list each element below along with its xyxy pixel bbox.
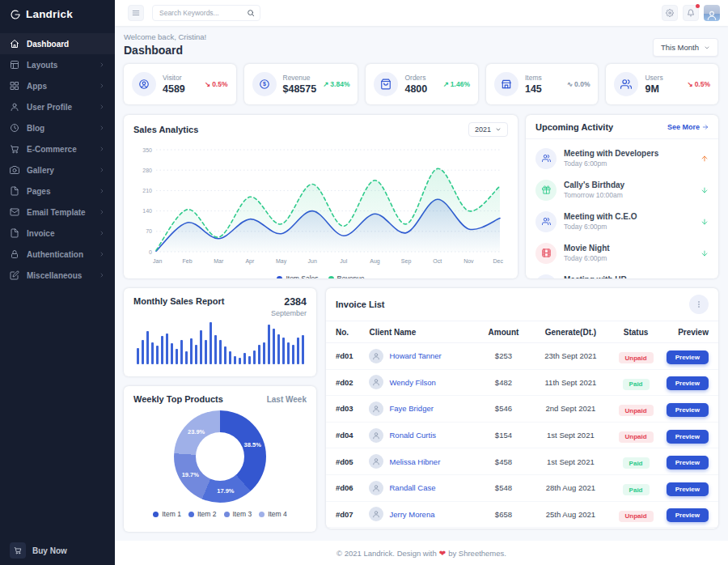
- user-avatar[interactable]: [704, 5, 720, 21]
- sidebar-item-label: Pages: [27, 187, 91, 196]
- bar: [273, 329, 275, 364]
- status-badge: Unpaid: [619, 511, 654, 522]
- sidebar-item[interactable]: Invoice: [0, 223, 115, 244]
- invoice-row[interactable]: #d07 Jerry Morena $658 25th Aug 2021 Unp…: [326, 502, 718, 529]
- activity-item[interactable]: Cally's Birthday Tomorrow 10:00am: [535, 174, 709, 206]
- activity-item[interactable]: Meeting with C.E.O Today 6:00pm: [535, 206, 709, 237]
- activity-icon: [535, 274, 557, 279]
- trend-value: 0.5%: [212, 80, 227, 88]
- see-more-link[interactable]: See More: [667, 123, 709, 131]
- search-input[interactable]: [159, 9, 247, 17]
- invoice-amount: $253: [477, 351, 530, 360]
- preview-button[interactable]: Preview: [667, 482, 709, 496]
- stat-card: Users 9M ↘ 0.5%: [606, 64, 718, 104]
- sidebar-item[interactable]: E-Commerce: [0, 138, 115, 159]
- client-avatar: [369, 349, 383, 363]
- invoice-options-button[interactable]: [689, 295, 709, 314]
- notifications-button[interactable]: [683, 5, 699, 21]
- svg-text:Mar: Mar: [214, 258, 224, 264]
- sidebar-item[interactable]: Authentication: [0, 244, 115, 265]
- sidebar-item[interactable]: Email Template: [0, 202, 115, 223]
- invoice-number: #d02: [336, 378, 369, 387]
- client-name-link[interactable]: Randall Case: [389, 483, 435, 492]
- sidebar-item[interactable]: Gallery: [0, 159, 115, 181]
- stat-icon: [614, 72, 638, 96]
- weekly-products-panel: Weekly Top Products Last Week 38.5%17.9%…: [124, 386, 316, 532]
- stat-icon: [252, 72, 277, 96]
- sidebar-item[interactable]: User Profile: [0, 96, 115, 117]
- preview-button[interactable]: Preview: [667, 430, 709, 444]
- bar: [302, 335, 304, 364]
- period-select[interactable]: This Month: [653, 38, 718, 57]
- sidebar-item-icon: [10, 165, 19, 175]
- activity-direction-icon: [700, 246, 709, 261]
- buy-now-button[interactable]: Buy Now: [10, 542, 67, 559]
- chevron-down-icon: [495, 126, 502, 133]
- year-select[interactable]: 2021: [468, 122, 508, 137]
- svg-text:210: 210: [142, 188, 152, 193]
- client-name-link[interactable]: Faye Bridger: [389, 404, 433, 413]
- sidebar-item[interactable]: Pages: [0, 181, 115, 202]
- invoice-row[interactable]: #d05 Melissa Hibner $458 1st Sept 2021 P…: [326, 448, 718, 475]
- bar: [214, 335, 217, 364]
- activity-item-title: Meeting with Developers: [564, 149, 693, 158]
- svg-text:Sep: Sep: [401, 258, 412, 265]
- activity-icon: [535, 243, 557, 264]
- svg-text:May: May: [276, 258, 287, 265]
- activity-direction-icon: [700, 151, 709, 166]
- chevron-right-icon: [99, 104, 105, 110]
- sidebar-item[interactable]: Layouts: [0, 54, 115, 75]
- bar: [282, 338, 285, 364]
- status-badge: Unpaid: [619, 405, 654, 416]
- trend-value: 0.0%: [574, 80, 590, 88]
- stat-card: Orders 4800 ↗ 1.46%: [366, 64, 478, 104]
- client-name-link[interactable]: Ronald Curtis: [389, 431, 436, 440]
- sidebar-item-label: Gallery: [27, 166, 91, 175]
- invoice-row[interactable]: #d03 Faye Bridger $546 2nd Sept 2021 Unp…: [326, 396, 718, 423]
- sidebar-item[interactable]: Apps: [0, 75, 115, 96]
- svg-text:280: 280: [142, 168, 152, 173]
- svg-text:350: 350: [142, 147, 152, 153]
- svg-text:Feb: Feb: [183, 258, 193, 264]
- settings-button[interactable]: [662, 5, 678, 21]
- monthly-sales-title: Monthly Sales Report: [133, 296, 224, 306]
- activity-item[interactable]: Meeting with HR Today 6:00pm: [535, 269, 709, 278]
- bar: [161, 336, 163, 364]
- search-icon[interactable]: [247, 9, 255, 17]
- invoice-row[interactable]: #d06 Randall Case $548 28th Aug 2021 Pai…: [326, 475, 718, 502]
- sidebar-item-icon: [10, 123, 19, 133]
- client-name-link[interactable]: Wendy Filson: [389, 378, 435, 387]
- client-name-link[interactable]: Howard Tanner: [389, 351, 441, 360]
- activity-item[interactable]: Meeting with Developers Today 6:00pm: [535, 142, 709, 174]
- sidebar-item[interactable]: Dashboard: [0, 33, 115, 54]
- sidebar-item[interactable]: Miscellaneous: [0, 265, 115, 286]
- preview-button[interactable]: Preview: [667, 403, 709, 417]
- monthly-sales-chart: [133, 322, 307, 364]
- cart-icon: [10, 542, 26, 559]
- sidebar-item-icon: [10, 249, 19, 259]
- preview-button[interactable]: Preview: [667, 376, 709, 390]
- client-name-link[interactable]: Jerry Morena: [389, 510, 434, 519]
- activity-item[interactable]: Movie Night Today 6:00pm: [535, 237, 709, 269]
- invoice-row[interactable]: #d01 Howard Tanner $253 23th Sept 2021 U…: [326, 343, 718, 370]
- preview-button[interactable]: Preview: [667, 508, 709, 522]
- sidebar-item-icon: [10, 39, 19, 49]
- sidebar-item-icon: [10, 228, 19, 238]
- weekly-products-title: Weekly Top Products: [133, 394, 223, 404]
- legend-item: Item Sales: [277, 274, 318, 278]
- donut-legend: Item 1Item 2Item 3Item 4: [133, 510, 307, 518]
- invoice-row[interactable]: #d04 Ronald Curtis $154 1st Sept 2021 Un…: [326, 423, 718, 449]
- bar: [243, 353, 246, 364]
- sidebar-nav: Dashboard Layouts Apps User P: [0, 30, 115, 286]
- menu-toggle-button[interactable]: [128, 5, 144, 21]
- client-name-link[interactable]: Melissa Hibner: [389, 457, 440, 466]
- bar: [219, 340, 222, 364]
- preview-button[interactable]: Preview: [667, 350, 709, 364]
- weekly-products-donut-chart: 38.5%17.9%19.7%23.9%: [174, 410, 266, 503]
- brand[interactable]: Landrick: [0, 0, 115, 30]
- invoice-row[interactable]: #d02 Wendy Filson $482 11th Sept 2021 Pa…: [326, 370, 718, 397]
- svg-text:Aug: Aug: [370, 258, 380, 265]
- preview-button[interactable]: Preview: [667, 456, 709, 469]
- col-preview: Preview: [660, 328, 709, 337]
- sidebar-item[interactable]: Blog: [0, 117, 115, 138]
